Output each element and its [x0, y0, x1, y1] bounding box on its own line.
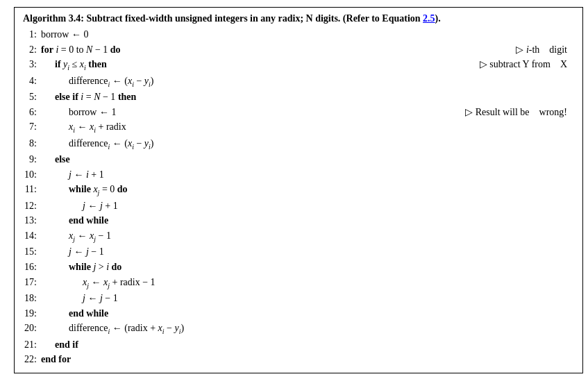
- line-content-13: end while: [41, 213, 574, 228]
- line-15: 15: j ← j − 1: [23, 244, 574, 260]
- line-21: 21: end if: [23, 337, 574, 353]
- line-14: 14: xj ← xj − 1: [23, 228, 574, 244]
- line-content-20: differencei ← (radix + xi − yi): [41, 321, 574, 337]
- line-num-12: 12:: [23, 199, 41, 214]
- line-content-12: j ← j + 1: [41, 199, 574, 214]
- line-content-10: j ← i + 1: [41, 167, 574, 183]
- line-2: 2: for i = 0 to N − 1 do i-th digit: [23, 42, 574, 58]
- line-num-1: 1:: [23, 27, 41, 42]
- line-num-5: 5:: [23, 90, 41, 105]
- line-num-18: 18:: [23, 291, 41, 306]
- line-9: 9: else: [23, 152, 574, 167]
- line-content-9: else: [41, 152, 574, 167]
- line-num-17: 17:: [23, 275, 41, 290]
- line-num-11: 11:: [23, 182, 41, 197]
- line-content-14: xj ← xj − 1: [41, 228, 574, 244]
- line-5: 5: else if i = N − 1 then: [23, 90, 574, 105]
- line-num-14: 14:: [23, 228, 41, 244]
- line-22: 22: end for: [23, 352, 574, 367]
- line-content-5: else if i = N − 1 then: [41, 90, 574, 105]
- line-18: 18: j ← j − 1: [23, 291, 574, 306]
- algo-label: Algorithm 3.4:: [23, 13, 84, 24]
- line-content-21: end if: [41, 337, 574, 353]
- line-11: 11: while xj = 0 do: [23, 182, 574, 198]
- line-num-4: 4:: [23, 74, 41, 89]
- line-7: 7: xi ← xi + radix: [23, 119, 574, 135]
- line-num-13: 13:: [23, 213, 41, 228]
- comment-6: Result will be wrong!: [465, 105, 567, 120]
- line-num-10: 10:: [23, 167, 41, 183]
- line-16: 16: while j > i do: [23, 260, 574, 275]
- comment-3: subtract Y from X: [480, 57, 567, 72]
- line-content-19: end while: [41, 306, 574, 321]
- line-num-3: 3:: [23, 57, 41, 72]
- line-content-8: differencei ← (xi − yi): [41, 136, 574, 152]
- line-content-16: while j > i do: [41, 260, 574, 275]
- line-content-15: j ← j − 1: [41, 244, 574, 260]
- line-content-17: xj ← xj + radix − 1: [41, 275, 574, 291]
- line-content-18: j ← j − 1: [41, 291, 574, 306]
- algorithm-title: Algorithm 3.4: Subtract fixed-width unsi…: [23, 13, 574, 24]
- line-content-1: borrow ← 0: [41, 27, 574, 42]
- line-num-6: 6:: [23, 105, 41, 120]
- line-content-22: end for: [41, 352, 574, 367]
- line-content-11: while xj = 0 do: [41, 182, 574, 198]
- line-num-20: 20:: [23, 321, 41, 336]
- equation-link[interactable]: 2.5: [423, 13, 435, 24]
- line-12: 12: j ← j + 1: [23, 199, 574, 214]
- line-13: 13: end while: [23, 213, 574, 228]
- line-num-8: 8:: [23, 136, 41, 151]
- line-num-2: 2:: [23, 42, 41, 58]
- line-content-2: for i = 0 to N − 1 do: [41, 42, 574, 58]
- code-block: 1: borrow ← 0 2: for i = 0 to N − 1 do i…: [23, 27, 574, 367]
- line-num-16: 16:: [23, 260, 41, 275]
- line-num-9: 9:: [23, 152, 41, 167]
- line-4: 4: differencei ← (xi − yi): [23, 74, 574, 90]
- line-6: 6: borrow ← 1 Result will be wrong!: [23, 105, 574, 120]
- comment-2: i-th digit: [516, 42, 567, 58]
- algorithm-box: Algorithm 3.4: Subtract fixed-width unsi…: [14, 7, 583, 373]
- line-num-7: 7:: [23, 119, 41, 135]
- line-num-22: 22:: [23, 352, 41, 367]
- line-3: 3: if yi ≤ xi then subtract Y from X: [23, 57, 574, 73]
- line-19: 19: end while: [23, 306, 574, 321]
- line-8: 8: differencei ← (xi − yi): [23, 136, 574, 152]
- line-content-7: xi ← xi + radix: [41, 119, 574, 135]
- line-num-15: 15:: [23, 244, 41, 260]
- line-content-4: differencei ← (xi − yi): [41, 74, 574, 90]
- line-17: 17: xj ← xj + radix − 1: [23, 275, 574, 291]
- line-num-19: 19:: [23, 306, 41, 321]
- line-20: 20: differencei ← (radix + xi − yi): [23, 321, 574, 337]
- line-10: 10: j ← i + 1: [23, 167, 574, 183]
- line-1: 1: borrow ← 0: [23, 27, 574, 42]
- line-num-21: 21:: [23, 337, 41, 353]
